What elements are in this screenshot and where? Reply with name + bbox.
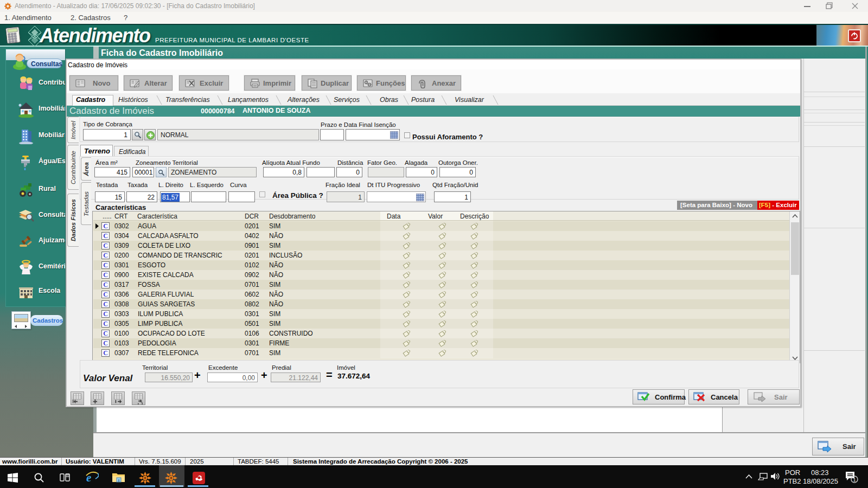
svg-text:1: 1 [853,477,856,483]
